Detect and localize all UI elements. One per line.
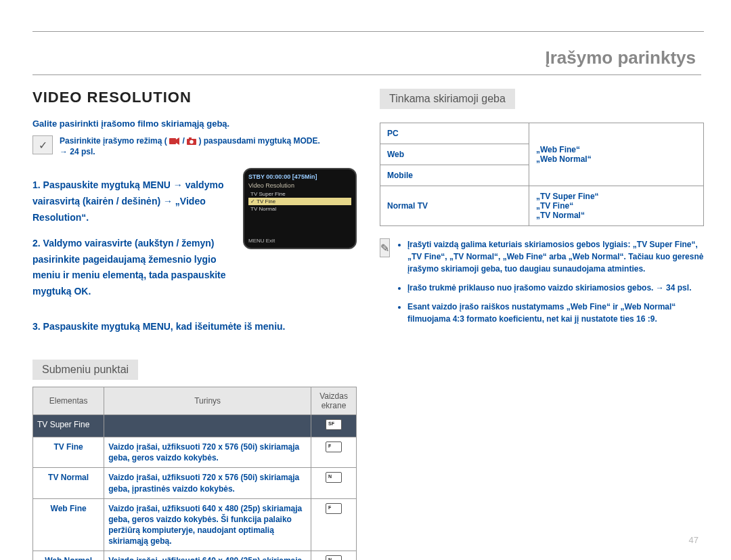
display-wn-icon: [326, 555, 342, 560]
chapter-title: Įrašymo parinktys: [545, 47, 696, 68]
row-disp: [311, 551, 357, 560]
second-rule: [32, 74, 701, 75]
row-disp: [311, 414, 357, 437]
step-2: 2. Valdymo vairasvirte (aukštyn / žemyn)…: [32, 236, 234, 300]
table-row: Normal TV „TV Super Fine“ „TV Fine“ „TV …: [380, 186, 704, 226]
lcd-stby: STBY 00:00:00 [475Min]: [248, 173, 351, 180]
row-disp: [311, 498, 357, 551]
res-val: „Web Fine“: [536, 145, 696, 154]
photo-camera-icon: [187, 137, 196, 145]
table-row: Web Normal Vaizdo įrašai, užfiksuoti 640…: [33, 551, 357, 560]
note-item: Įrašo trukmė priklauso nuo įrašomo vaizd…: [407, 282, 704, 294]
row-disp: [311, 468, 357, 498]
resolution-table: PC „Web Fine“ „Web Normal“ Web Mobile No…: [380, 123, 704, 226]
right-column: Tinkama skiriamoji geba PC „Web Fine“ „W…: [380, 89, 704, 560]
section-title: VIDEO RESOLUTION: [32, 89, 357, 106]
row-name: Web Fine: [33, 498, 104, 551]
th-display: Vaizdas ekrane: [311, 387, 357, 414]
res-val: „TV Fine“: [536, 201, 696, 211]
right-heading: Tinkama skiriamoji geba: [380, 89, 515, 109]
lcd-exit: MENU Exit: [248, 238, 351, 244]
table-row: TV Super Fine: [33, 414, 357, 437]
table-row: Web Fine Vaizdo įrašai, užfiksuoti 640 x…: [33, 498, 357, 551]
row-desc: Vaizdo įrašai, užfiksuoti 640 x 480 (25p…: [104, 498, 311, 551]
row-desc: Vaizdo įrašai, užfiksuoti 720 x 576 (50i…: [104, 437, 311, 467]
check-icon: ✓: [32, 135, 53, 154]
lcd-opt-3: TV Normal: [248, 205, 351, 213]
mode-note-part1: Pasirinkite įrašymo režimą (: [60, 136, 167, 146]
row-name: TV Normal: [33, 468, 104, 498]
row-desc: [104, 414, 311, 437]
res-pc-values: „Web Fine“ „Web Normal“: [529, 123, 703, 186]
submenu-table: Elementas Turinys Vaizdas ekrane TV Supe…: [32, 387, 357, 560]
row-desc: Vaizdo įrašai, užfiksuoti 720 x 576 (50i…: [104, 468, 311, 498]
table-row: TV Normal Vaizdo įrašai, užfiksuoti 720 …: [33, 468, 357, 498]
display-wf-icon: [326, 503, 342, 514]
table-row: PC „Web Fine“ „Web Normal“: [380, 123, 704, 144]
pencil-icon: ✎: [380, 238, 390, 257]
th-element: Elementas: [33, 387, 104, 414]
submenu-heading: Submeniu punktai: [32, 360, 138, 380]
res-web-label: Web: [380, 144, 529, 165]
th-content: Turinys: [104, 387, 311, 414]
res-val: „TV Super Fine“: [536, 192, 696, 201]
steps-grid: 1. Paspauskite mygtuką MENU → valdymo va…: [32, 168, 357, 309]
step-3: 3. Paspauskite mygtuką MENU, kad išeitum…: [32, 319, 357, 335]
res-val: „Web Normal“: [536, 154, 696, 164]
note-item: Įrašyti vaizdą galima keturiais skiriamo…: [407, 238, 704, 275]
table-row: TV Fine Vaizdo įrašai, užfiksuoti 720 x …: [33, 437, 357, 467]
svg-rect-3: [189, 137, 192, 139]
lcd-opt-2-selected: ✓ TV Fine: [248, 198, 351, 205]
row-name: TV Fine: [33, 437, 104, 467]
notes-block: ✎ Įrašyti vaizdą galima keturiais skiria…: [380, 238, 704, 332]
page-number: 47: [689, 535, 699, 545]
res-val: „TV Normal“: [536, 211, 696, 220]
mode-note-row: ✓ Pasirinkite įrašymo režimą ( / ) paspa…: [32, 135, 357, 157]
lcd-opt-1: TV Super Fine: [248, 190, 351, 198]
lcd-menu-title: Video Resolution: [248, 182, 351, 189]
svg-rect-0: [169, 138, 176, 144]
svg-point-2: [190, 140, 193, 144]
lead-text: Galite pasirinkti įrašomo filmo skiriamą…: [32, 119, 357, 129]
notes-list: Įrašyti vaizdą galima keturiais skiriamo…: [397, 238, 704, 332]
res-tv-values: „TV Super Fine“ „TV Fine“ „TV Normal“: [529, 186, 703, 226]
note-item: Esant vaizdo įrašo raiškos nustatymams „…: [407, 301, 704, 325]
mode-note-page: → 24 psl.: [60, 147, 95, 156]
video-camera-icon: [169, 137, 180, 145]
res-pc-label: PC: [380, 123, 529, 144]
top-rule: [32, 31, 704, 32]
mode-note-part3: ) paspausdami mygtuką MODE.: [198, 136, 319, 146]
row-desc: Vaizdo įrašai, užfiksuoti 640 x 480 (25p…: [104, 551, 311, 560]
display-sf-icon: [326, 419, 342, 430]
row-name: Web Normal: [33, 551, 104, 560]
row-disp: [311, 437, 357, 467]
left-column: VIDEO RESOLUTION Galite pasirinkti įrašo…: [32, 89, 357, 560]
lcd-opt-2-label: TV Fine: [257, 198, 275, 204]
row-name: TV Super Fine: [33, 414, 104, 437]
res-tv-label: Normal TV: [380, 186, 529, 226]
step-1: 1. Paspauskite mygtuką MENU → valdymo va…: [32, 177, 234, 225]
lcd-preview: STBY 00:00:00 [475Min] Video Resolution …: [243, 168, 357, 249]
mode-note-part2: /: [182, 136, 187, 146]
mode-note: Pasirinkite įrašymo režimą ( / ) paspaus…: [60, 135, 320, 157]
table-header-row: Elementas Turinys Vaizdas ekrane: [33, 387, 357, 414]
res-mobile-label: Mobile: [380, 165, 529, 186]
display-n-icon: [326, 472, 342, 483]
display-f-icon: [326, 441, 342, 452]
